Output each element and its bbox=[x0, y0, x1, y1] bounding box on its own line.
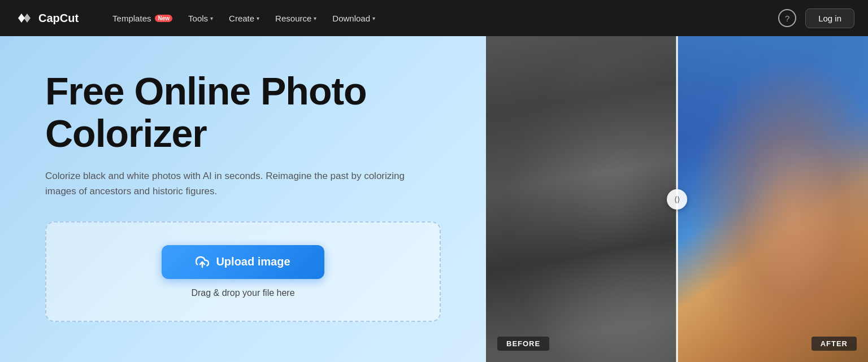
comparison-image: ⟨⟩ BEFORE AFTER bbox=[486, 36, 868, 362]
login-button[interactable]: Log in bbox=[805, 8, 854, 28]
handle-arrows-icon: ⟨⟩ bbox=[674, 195, 680, 204]
hero-section: Free Online Photo Colorizer Colorize bla… bbox=[0, 36, 868, 362]
help-icon: ? bbox=[785, 14, 789, 23]
face-color-overlay bbox=[677, 36, 868, 362]
drag-drop-hint: Drag & drop your file here bbox=[191, 288, 294, 298]
capcut-logo-icon bbox=[14, 8, 34, 28]
hero-subtitle: Colorize black and white photos with AI … bbox=[45, 168, 429, 199]
hero-content: Free Online Photo Colorizer Colorize bla… bbox=[0, 36, 486, 362]
after-image bbox=[677, 36, 868, 362]
after-label: AFTER bbox=[811, 337, 857, 351]
brand-logo[interactable]: CapCut bbox=[14, 8, 79, 28]
resource-chevron-icon: ▾ bbox=[314, 15, 316, 21]
download-chevron-icon: ▾ bbox=[372, 15, 375, 21]
upload-zone[interactable]: Upload image Drag & drop your file here bbox=[45, 221, 441, 322]
nav-right: ? Log in bbox=[778, 8, 854, 28]
help-button[interactable]: ? bbox=[778, 9, 796, 27]
tools-chevron-icon: ▾ bbox=[210, 15, 213, 21]
navbar: CapCut Templates New Tools ▾ Create ▾ Re… bbox=[0, 0, 868, 36]
nav-download[interactable]: Download ▾ bbox=[326, 9, 382, 28]
create-chevron-icon: ▾ bbox=[257, 15, 259, 21]
hero-title: Free Online Photo Colorizer bbox=[45, 70, 452, 155]
new-badge: New bbox=[155, 15, 172, 22]
nav-templates[interactable]: Templates New bbox=[106, 9, 179, 28]
nav-items: Templates New Tools ▾ Create ▾ Resource … bbox=[106, 9, 760, 28]
before-after-container: ⟨⟩ BEFORE AFTER bbox=[486, 36, 868, 362]
upload-image-button[interactable]: Upload image bbox=[162, 245, 324, 279]
comparison-handle[interactable]: ⟨⟩ bbox=[667, 189, 687, 210]
nav-create[interactable]: Create ▾ bbox=[222, 9, 266, 28]
upload-icon bbox=[196, 255, 209, 269]
nav-resource[interactable]: Resource ▾ bbox=[268, 9, 323, 28]
before-label: BEFORE bbox=[497, 337, 549, 351]
nav-tools[interactable]: Tools ▾ bbox=[181, 9, 220, 28]
brand-name: CapCut bbox=[38, 12, 79, 25]
